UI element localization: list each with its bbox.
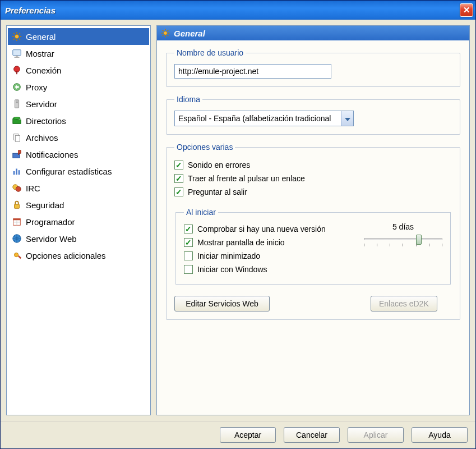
svg-rect-30 <box>13 219 21 221</box>
sidebar-item-stats[interactable]: Configurar estadísticas <box>8 163 149 180</box>
sidebar-item-label: Conexión <box>26 66 61 75</box>
sidebar-item-label: Servidor Web <box>26 234 77 244</box>
sidebar: General Mostrar Conexión Proxy <box>6 25 151 415</box>
cancel-button[interactable]: Cancelar <box>284 427 340 443</box>
checkbox-label: Comprobar si hay una nueva versión <box>197 224 326 233</box>
sidebar-item-label: Directorios <box>26 116 66 126</box>
slider-thumb[interactable] <box>416 235 422 245</box>
checkbox-icon[interactable] <box>174 174 183 183</box>
checkbox-label: Iniciar minimizado <box>197 251 260 260</box>
sidebar-item-notifications[interactable]: Notificaciones <box>8 146 149 163</box>
checkbox-bring-front[interactable]: Traer al frente al pulsar un enlace <box>174 172 452 185</box>
sidebar-item-directories[interactable]: Directorios <box>8 112 149 129</box>
ok-button[interactable]: Aceptar <box>220 427 276 443</box>
sidebar-item-extra[interactable]: Opciones adicionales <box>8 247 149 264</box>
main-title: General <box>174 29 205 38</box>
language-group: Idioma Español - España (alfabetización … <box>166 95 460 135</box>
sidebar-item-security[interactable]: Seguridad <box>8 196 149 213</box>
sidebar-item-label: Mostrar <box>26 49 54 58</box>
help-button[interactable]: Ayuda <box>412 427 468 443</box>
sidebar-item-label: Proxy <box>26 83 47 92</box>
svg-rect-17 <box>16 102 18 103</box>
chevron-down-icon <box>345 114 350 123</box>
checkbox-icon[interactable] <box>184 251 193 260</box>
username-group: Nombre de usuario <box>166 48 460 87</box>
main-content: Nombre de usuario Idioma Español - Españ… <box>157 40 469 415</box>
checkbox-ask-exit[interactable]: Preguntar al salir <box>174 185 452 199</box>
folder-icon <box>11 115 22 126</box>
dropdown-button[interactable] <box>341 111 353 126</box>
svg-rect-16 <box>16 101 18 102</box>
connection-icon <box>11 65 22 76</box>
calendar-icon <box>11 216 22 227</box>
sidebar-item-scheduler[interactable]: Programador <box>8 213 149 230</box>
checkbox-splash[interactable]: Mostrar pantalla de inicio <box>184 236 354 249</box>
svg-rect-20 <box>15 135 20 141</box>
svg-rect-11 <box>15 57 20 57</box>
checkbox-label: Iniciar con Windows <box>197 265 267 274</box>
body-area: General Mostrar Conexión Proxy <box>1 20 475 421</box>
svg-point-27 <box>16 186 21 191</box>
checkbox-start-min[interactable]: Iniciar minimizado <box>184 249 354 263</box>
svg-point-36 <box>164 31 167 35</box>
close-button[interactable]: ✕ <box>460 3 473 17</box>
sidebar-item-label: Servidor <box>26 99 57 109</box>
language-value: Español - España (alfabetización tradici… <box>175 114 341 123</box>
gear-icon <box>11 31 22 42</box>
checkbox-icon[interactable] <box>184 238 193 247</box>
svg-line-5 <box>13 33 15 34</box>
checkbox-icon[interactable] <box>184 265 193 274</box>
sidebar-item-webserver[interactable]: Servidor Web <box>8 230 149 247</box>
ed2k-links-button: Enlaces eD2K <box>371 296 437 311</box>
checkbox-label: Preguntar al salir <box>188 187 247 196</box>
sidebar-item-general[interactable]: General <box>8 28 149 45</box>
misc-options-group: Opciones varias Sonido en errores Traer … <box>166 143 460 320</box>
globe-icon <box>11 233 22 244</box>
svg-rect-9 <box>13 50 21 56</box>
checkbox-sound-errors[interactable]: Sonido en errores <box>174 158 452 172</box>
close-icon: ✕ <box>463 5 470 15</box>
svg-rect-10 <box>16 56 18 57</box>
svg-line-6 <box>19 39 20 40</box>
display-icon <box>11 48 22 59</box>
proxy-icon <box>11 81 22 93</box>
sidebar-item-irc[interactable]: IRC <box>8 180 149 196</box>
svg-line-44 <box>168 30 169 31</box>
titlebar: Preferencias ✕ <box>1 1 475 20</box>
lock-icon <box>11 199 22 210</box>
checkbox-check-update[interactable]: Comprobar si hay una nueva versión <box>184 222 354 236</box>
username-input[interactable] <box>174 64 331 79</box>
sidebar-item-label: Configurar estadísticas <box>26 167 112 176</box>
sidebar-item-proxy[interactable]: Proxy <box>8 79 149 95</box>
sidebar-item-server[interactable]: Servidor <box>8 95 149 112</box>
startup-legend: Al iniciar <box>184 208 218 217</box>
svg-line-42 <box>168 35 169 36</box>
svg-point-0 <box>15 34 19 38</box>
sidebar-item-connection[interactable]: Conexión <box>8 62 149 79</box>
server-icon <box>11 98 22 109</box>
checkbox-start-windows[interactable]: Iniciar con Windows <box>184 263 354 276</box>
sidebar-item-label: Opciones adicionales <box>26 251 106 260</box>
sidebar-item-label: Notificaciones <box>26 150 78 159</box>
sidebar-item-display[interactable]: Mostrar <box>8 45 149 62</box>
tools-icon <box>11 250 22 261</box>
svg-line-41 <box>163 30 164 31</box>
startup-group: Al iniciar Comprobar si hay una nueva ve… <box>175 208 451 285</box>
preferences-window: Preferencias ✕ General Mostrar <box>0 0 476 449</box>
update-interval-slider[interactable] <box>364 233 442 246</box>
main-panel: General Nombre de usuario Idioma Español… <box>156 25 470 415</box>
apply-button: Aplicar <box>348 427 404 443</box>
sidebar-item-label: Programador <box>26 217 75 227</box>
sidebar-item-files[interactable]: Archivos <box>8 129 149 146</box>
sidebar-item-label: Archivos <box>26 133 58 143</box>
files-icon <box>11 132 22 143</box>
svg-rect-25 <box>19 170 20 175</box>
sidebar-item-label: IRC <box>26 184 40 193</box>
sidebar-item-label: General <box>26 32 56 42</box>
checkbox-icon[interactable] <box>174 161 183 169</box>
svg-point-18 <box>13 117 21 120</box>
checkbox-icon[interactable] <box>174 187 183 196</box>
edit-webservices-button[interactable]: Editar Servicios Web <box>174 296 270 311</box>
checkbox-icon[interactable] <box>184 224 193 233</box>
language-select[interactable]: Español - España (alfabetización tradici… <box>174 111 354 126</box>
